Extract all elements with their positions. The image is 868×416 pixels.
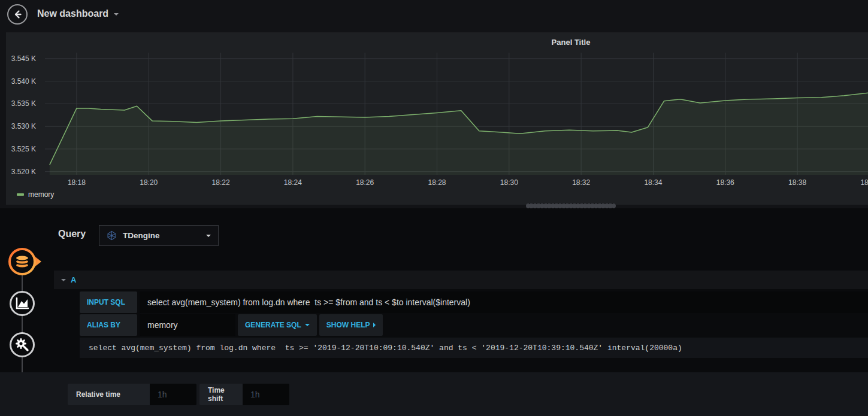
y-axis-tick: 3.520 K <box>6 168 36 176</box>
relative-time-label: Relative time <box>68 384 150 405</box>
x-axis-tick: 18:30 <box>488 178 530 187</box>
time-series-chart[interactable] <box>45 53 868 175</box>
x-axis-tick: 18:28 <box>416 178 458 187</box>
gear-icon <box>9 332 35 358</box>
x-axis-tick: 18:32 <box>560 178 602 187</box>
query-ref-id: A <box>71 275 76 284</box>
chart-icon <box>9 290 35 317</box>
input-sql-label: INPUT SQL <box>80 291 137 313</box>
query-row-header-a[interactable]: A <box>54 271 868 289</box>
input-sql-field[interactable] <box>140 291 868 313</box>
input-sql-row: INPUT SQL <box>80 291 868 313</box>
legend-swatch <box>17 193 24 196</box>
y-axis-tick: 3.530 K <box>6 122 36 130</box>
x-axis-tick: 18:40 <box>848 178 868 187</box>
query-section-label: Query <box>58 229 86 239</box>
x-axis-tick: 18:24 <box>272 178 314 187</box>
chevron-down-icon <box>114 13 119 16</box>
panel-title: Panel Title <box>552 38 591 47</box>
relative-time-group: Relative time <box>68 384 196 405</box>
panel-resize-handle[interactable] <box>526 204 616 208</box>
y-axis-tick: 3.545 K <box>6 54 36 63</box>
x-axis-tick: 18:34 <box>632 178 674 187</box>
generated-sql-preview: select avg(mem_system) from log.dn where… <box>80 338 868 358</box>
time-shift-label: Time shift <box>199 384 243 405</box>
x-axis-tick: 18:26 <box>344 178 386 187</box>
legend-label: memory <box>28 190 54 199</box>
back-button[interactable] <box>7 4 28 25</box>
time-shift-group: Time shift <box>199 384 289 405</box>
alias-by-label: ALIAS BY <box>80 314 137 336</box>
x-axis-tick: 18:20 <box>128 178 170 187</box>
legend-item-memory[interactable]: memory <box>17 190 54 199</box>
show-help-button[interactable]: SHOW HELP <box>319 314 383 336</box>
relative-time-field[interactable] <box>150 384 196 405</box>
y-axis-tick: 3.535 K <box>6 99 36 108</box>
sidebar-tab-visualization[interactable] <box>9 290 35 319</box>
chevron-right-icon <box>373 323 376 327</box>
sidebar-tab-queries[interactable] <box>7 246 44 280</box>
grafana-panel-editor: New dashboard Panel Title 3.545 K3.540 K… <box>0 0 868 416</box>
datasource-name: TDengine <box>123 231 200 240</box>
chevron-down-icon <box>206 235 211 237</box>
arrow-left-icon <box>12 9 23 20</box>
time-shift-field[interactable] <box>243 384 289 405</box>
chart-panel[interactable]: Panel Title 3.545 K3.540 K3.535 K3.530 K… <box>6 32 868 205</box>
alias-by-field[interactable] <box>140 314 235 336</box>
generate-sql-label: GENERATE SQL <box>245 321 301 329</box>
generate-sql-button[interactable]: GENERATE SQL <box>238 314 317 336</box>
collapse-chevron-icon <box>61 279 66 281</box>
alias-by-row: ALIAS BY GENERATE SQL SHOW HELP <box>80 314 383 336</box>
chevron-down-icon <box>305 324 310 326</box>
x-axis-tick: 18:18 <box>56 178 98 187</box>
sidebar-tab-general[interactable] <box>9 332 35 360</box>
query-editor-section: Query TDengine A INPUT SQL <box>0 208 868 416</box>
tab-connector-line <box>22 262 23 387</box>
time-options-strip: Relative time Time shift <box>0 372 868 416</box>
x-axis-tick: 18:22 <box>200 178 242 187</box>
database-icon <box>7 246 44 277</box>
show-help-label: SHOW HELP <box>326 321 370 329</box>
dashboard-title: New dashboard <box>37 8 108 19</box>
datasource-picker[interactable]: TDengine <box>99 225 219 246</box>
x-axis-tick: 18:36 <box>704 178 746 187</box>
y-axis-tick: 3.540 K <box>6 77 36 86</box>
top-bar: New dashboard <box>0 0 868 29</box>
x-axis-tick: 18:38 <box>776 178 818 187</box>
dashboard-title-dropdown[interactable]: New dashboard <box>37 8 119 19</box>
y-axis-tick: 3.525 K <box>6 145 36 153</box>
tdengine-logo-icon <box>107 230 117 241</box>
